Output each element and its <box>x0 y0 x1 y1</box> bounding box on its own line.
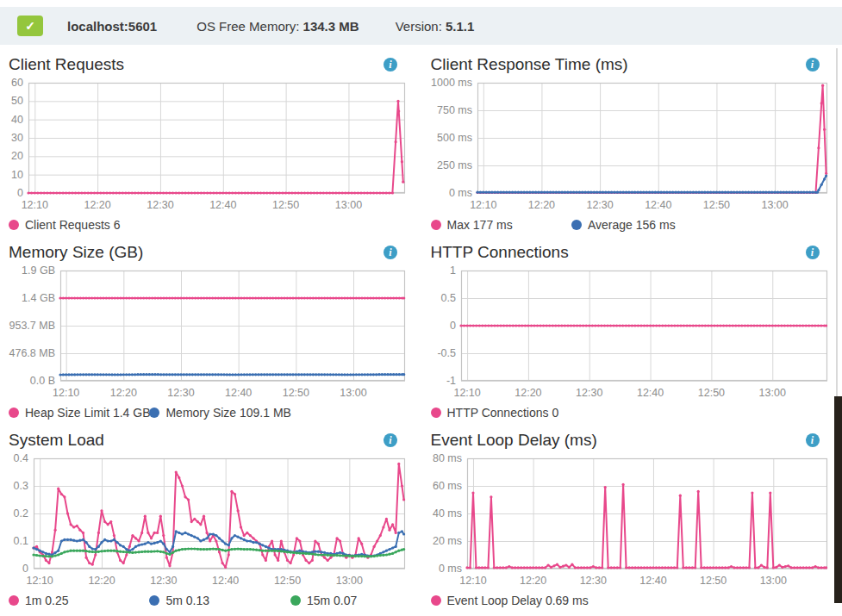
info-icon[interactable]: i <box>384 246 397 259</box>
x-tick-label: 13:00 <box>761 199 788 211</box>
info-icon[interactable]: i <box>384 58 397 72</box>
y-tick-label: 0 <box>17 187 23 199</box>
x-tick-label: 12:50 <box>702 199 729 211</box>
info-icon[interactable]: i <box>384 433 397 447</box>
chart-canvas-system-load[interactable]: 00.10.20.30.412:1012:2012:3012:4012:5013… <box>7 453 413 589</box>
legend-event-loop-delay: Event Loop Delay 0.69 ms <box>429 589 835 615</box>
series-1m <box>32 463 405 569</box>
x-tick-label: 12:50 <box>697 387 724 399</box>
x-tick-label: 12:10 <box>470 199 496 211</box>
legend-client-requests: Client Requests 6 <box>7 214 413 240</box>
chart-canvas-http-connections[interactable]: -1-0.500.5112:1012:2012:3012:4012:5013:0… <box>429 265 835 401</box>
x-tick-label: 12:40 <box>209 199 236 211</box>
y-tick-label: 40 <box>11 114 23 126</box>
legend-label: Max 177 ms <box>447 218 513 232</box>
gridlines <box>28 83 405 194</box>
legend-dot <box>431 408 441 418</box>
x-tick-label: 12:30 <box>586 199 613 211</box>
chart-header-client-response-time: Client Response Time (ms)i <box>429 52 835 78</box>
y-tick-label: 750 ms <box>437 104 472 116</box>
x-tick-label: 12:20 <box>519 575 546 587</box>
legend-dot <box>571 220 582 230</box>
y-tick-label: 40 ms <box>432 507 461 520</box>
chart-title-http-connections: HTTP Connections <box>431 243 569 262</box>
y-tick-label: 0 <box>22 563 28 575</box>
legend-item: Memory Size 109.1 MB <box>149 406 291 420</box>
version-label: Version: <box>396 19 442 34</box>
legend-dot <box>9 220 19 230</box>
status-ok-badge: ✓ <box>17 16 43 36</box>
chart-title-client-requests: Client Requests <box>9 55 124 74</box>
legend-client-response-time: Max 177 msAverage 156 ms <box>429 214 835 240</box>
y-tick-label: 1000 ms <box>431 78 472 89</box>
info-icon[interactable]: i <box>806 433 820 447</box>
y-tick-label: -0.5 <box>437 347 456 359</box>
legend-item: Client Requests 6 <box>9 218 121 232</box>
y-tick-label: 1.9 GB <box>22 265 55 277</box>
y-tick-label: 0.1 <box>14 535 28 547</box>
chart-client-response-time: Client Response Time (ms)i0 ms250 ms500 … <box>429 52 835 240</box>
chart-client-requests: Client Requestsi010203040506012:1012:201… <box>7 52 413 240</box>
legend-dot <box>9 408 19 418</box>
info-icon[interactable]: i <box>806 58 820 72</box>
y-tick-label: 953.7 MB <box>9 320 55 332</box>
y-tick-label: 30 <box>11 132 23 144</box>
legend-item: Event Loop Delay 0.69 ms <box>431 594 589 607</box>
series-heap-size-limit <box>59 296 405 299</box>
chart-title-event-loop-delay: Event Loop Delay (ms) <box>431 431 597 450</box>
y-tick-label: 80 ms <box>432 453 461 464</box>
os-free-memory-value: 134.3 MB <box>303 19 359 34</box>
x-tick-label: 12:40 <box>636 387 663 399</box>
x-tick-label: 12:50 <box>283 387 309 399</box>
x-tick-label: 13:00 <box>340 387 366 399</box>
legend-item: HTTP Connections 0 <box>431 406 559 420</box>
x-tick-label: 12:30 <box>150 575 177 587</box>
legend-dot <box>9 595 19 606</box>
x-tick-label: 12:40 <box>212 575 239 587</box>
y-tick-label: 0.3 <box>14 480 28 492</box>
x-tick-label: 12:40 <box>645 199 671 211</box>
y-tick-label: -1 <box>446 375 455 387</box>
legend-label: 1m 0.25 <box>25 594 69 607</box>
x-tick-label: 12:50 <box>272 199 299 211</box>
chart-canvas-event-loop-delay[interactable]: 0 ms20 ms40 ms60 ms80 ms12:1012:2012:301… <box>429 453 835 589</box>
version-value: 5.1.1 <box>446 19 474 34</box>
screen-edge-artifact <box>834 396 842 603</box>
legend-item: 15m 0.07 <box>290 594 357 607</box>
series-http-connections <box>459 324 827 327</box>
chart-canvas-memory-size[interactable]: 0.0 B476.8 MB953.7 MB1.4 GB1.9 GB12:1012… <box>7 265 413 401</box>
chart-canvas-client-response-time[interactable]: 0 ms250 ms500 ms750 ms1000 ms12:1012:201… <box>429 78 835 214</box>
host-label: localhost:5601 <box>67 19 157 34</box>
check-icon: ✓ <box>25 19 35 33</box>
legend-label: 5m 0.13 <box>165 594 209 607</box>
chart-http-connections: HTTP Connectionsi-1-0.500.5112:1012:2012… <box>429 240 835 427</box>
y-tick-label: 10 <box>11 169 23 181</box>
charts-grid: Client Requestsi010203040506012:1012:201… <box>0 45 842 615</box>
x-tick-label: 12:30 <box>147 199 173 211</box>
window-edge-line <box>836 48 838 396</box>
info-icon[interactable]: i <box>806 246 820 259</box>
legend-label: Heap Size Limit 1.4 GB <box>25 406 151 420</box>
y-tick-label: 50 <box>11 95 23 107</box>
y-tick-label: 20 ms <box>432 535 461 547</box>
chart-header-system-load: System Loadi <box>7 427 413 453</box>
chart-title-client-response-time: Client Response Time (ms) <box>431 55 628 74</box>
legend-label: Client Requests 6 <box>25 218 121 232</box>
legend-http-connections: HTTP Connections 0 <box>429 401 835 427</box>
x-tick-label: 12:20 <box>527 199 554 211</box>
x-tick-label: 12:30 <box>576 387 602 399</box>
y-tick-label: 0 ms <box>448 187 471 199</box>
y-tick-label: 0 <box>450 320 456 332</box>
x-tick-label: 12:20 <box>110 387 137 399</box>
os-free-memory: OS Free Memory: 134.3 MB <box>196 19 359 34</box>
gridlines <box>60 271 405 382</box>
chart-header-memory-size: Memory Size (GB)i <box>7 240 413 265</box>
series-5m <box>32 530 405 557</box>
x-tick-label: 12:50 <box>274 575 301 587</box>
x-tick-label: 13:00 <box>759 575 786 587</box>
chart-canvas-client-requests[interactable]: 010203040506012:1012:2012:3012:4012:5013… <box>7 78 413 214</box>
x-tick-label: 12:50 <box>699 575 726 587</box>
legend-label: Memory Size 109.1 MB <box>165 406 291 420</box>
legend-item: 1m 0.25 <box>9 594 149 607</box>
x-tick-label: 12:30 <box>167 387 194 399</box>
